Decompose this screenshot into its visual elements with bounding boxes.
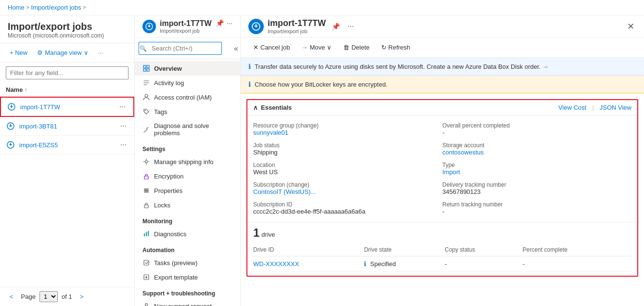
filter-input[interactable] xyxy=(6,66,129,79)
list-item-more-button[interactable]: ··· xyxy=(118,121,129,131)
chart-icon xyxy=(142,230,150,238)
nav-item-label: Locks xyxy=(154,202,170,209)
cancel-icon: ✕ xyxy=(253,44,258,51)
banner1-link[interactable]: → xyxy=(542,63,549,70)
view-cost-link[interactable]: View Cost xyxy=(558,104,586,111)
svg-rect-7 xyxy=(147,69,149,71)
sidebar-item-activity-log[interactable]: Activity log xyxy=(135,76,240,90)
nav-search-input[interactable] xyxy=(139,42,222,55)
next-page-button[interactable]: > xyxy=(76,291,88,302)
gear-icon xyxy=(142,158,150,166)
info-banner-1: ℹ Transfer data securely to Azure using … xyxy=(241,58,644,76)
sidebar-item-encryption[interactable]: Encryption xyxy=(135,169,240,183)
storage-account-value[interactable]: contosowestus xyxy=(442,149,624,156)
nav-item-label: New support request xyxy=(154,303,212,306)
col-drive-id: Drive ID xyxy=(253,243,364,256)
move-icon: → xyxy=(301,44,308,51)
manage-view-button[interactable]: ⚙ Manage view ∨ xyxy=(33,47,92,58)
essentials-section: ∧ Essentials View Cost | JSON View Resou… xyxy=(246,99,638,277)
nav-panel-subtitle: Import/export job xyxy=(160,28,212,34)
close-button[interactable]: ✕ xyxy=(623,19,638,34)
essentials-grid: Resource group (change) sunnyvale01 Over… xyxy=(247,115,637,222)
info-icon: ℹ xyxy=(248,63,251,70)
person-icon xyxy=(142,93,150,101)
new-button[interactable]: + New xyxy=(6,47,31,58)
essentials-cell: Location West US xyxy=(253,159,442,178)
import-icon xyxy=(6,140,15,150)
breadcrumb-jobs[interactable]: Import/export jobs xyxy=(31,4,81,11)
sidebar-item-access-control[interactable]: Access control (IAM) xyxy=(135,90,240,104)
sidebar-item-new-support[interactable]: New support request xyxy=(135,299,240,306)
nav-items: Overview Activity log Access control (IA… xyxy=(135,59,240,306)
col-percent-complete: Percent complete xyxy=(523,243,631,256)
left-panel-title: Import/export jobs xyxy=(8,21,127,32)
breadcrumb-home[interactable]: Home xyxy=(8,4,25,11)
more-right-button[interactable]: ··· xyxy=(346,20,356,33)
essentials-cell: Return tracking number - xyxy=(442,198,631,218)
left-panel-toolbar: + New ⚙ Manage view ∨ ··· xyxy=(0,43,134,63)
cancel-job-button[interactable]: ✕ Cancel job xyxy=(248,41,295,53)
delete-button[interactable]: 🗑 Delete xyxy=(338,41,374,53)
automation-section-title: Automation xyxy=(135,241,240,255)
location-value: West US xyxy=(253,168,435,176)
essentials-title: ∧ Essentials xyxy=(253,104,292,111)
action-bar: ✕ Cancel job → Move ∨ 🗑 Delete ↻ Refresh xyxy=(241,38,644,58)
pin-button[interactable]: 📌 xyxy=(330,21,342,32)
essentials-cell: Delivery tracking number 34567890123 xyxy=(442,178,631,198)
drive-id-cell[interactable]: WD-XXXXXXXX xyxy=(253,256,364,272)
nav-item-label: Properties xyxy=(154,187,182,194)
nav-collapse-button[interactable]: « xyxy=(234,44,238,53)
breadcrumb-sep2: > xyxy=(83,5,86,10)
sidebar-item-tasks[interactable]: Tasks (preview) xyxy=(135,255,240,270)
nav-item-label: Diagnostics xyxy=(154,230,186,238)
svg-rect-4 xyxy=(143,65,146,68)
more-nav-button[interactable]: ··· xyxy=(227,19,232,27)
chevron-down-icon: ∨ xyxy=(84,49,89,56)
list-item[interactable]: import-3BT81 ··· xyxy=(0,117,134,136)
nav-panel-header: import-1T7TW Import/export job 📌 ··· xyxy=(135,15,240,38)
sidebar-item-manage-shipping[interactable]: Manage shipping info xyxy=(135,154,240,169)
pin-button[interactable]: 📌 xyxy=(216,19,224,27)
breadcrumb: Home > Import/export jobs > xyxy=(0,0,644,15)
settings-section-title: Settings xyxy=(135,140,240,154)
nav-item-label: Tags xyxy=(154,108,167,115)
nav-panel-icon xyxy=(142,20,156,33)
sidebar-item-export-template[interactable]: Export template xyxy=(135,270,240,284)
svg-rect-12 xyxy=(144,189,149,190)
prev-page-button[interactable]: < xyxy=(6,291,17,302)
svg-rect-6 xyxy=(143,69,146,71)
nav-panel-title: import-1T7TW xyxy=(160,19,212,28)
svg-rect-16 xyxy=(144,233,145,236)
left-panel: Import/export jobs Microsoft (microsoft.… xyxy=(0,15,135,306)
support-section-title: Support + troubleshooting xyxy=(135,284,240,299)
lock-icon xyxy=(142,172,150,180)
essentials-cell: Overall percent completed - xyxy=(442,119,631,139)
json-view-link[interactable]: JSON View xyxy=(600,104,631,111)
list-item-more-button[interactable]: ··· xyxy=(118,140,129,150)
grid-icon xyxy=(142,64,150,72)
sidebar-item-tags[interactable]: Tags xyxy=(135,104,240,119)
more-toolbar-button[interactable]: ··· xyxy=(94,47,107,58)
nav-panel: import-1T7TW Import/export job 📌 ··· 🔍 « xyxy=(135,15,241,306)
list-item[interactable]: import-E5ZS5 ··· xyxy=(0,136,134,154)
bars-icon xyxy=(142,187,150,194)
list-item[interactable]: import-1T7TW ··· xyxy=(0,97,134,117)
sidebar-item-overview[interactable]: Overview xyxy=(135,61,240,76)
page-select[interactable]: 1 xyxy=(39,291,58,302)
type-value[interactable]: Import xyxy=(442,168,624,176)
import-icon xyxy=(7,102,16,112)
wrench-icon xyxy=(142,126,150,133)
subscription-value[interactable]: ContosoIT (WestUS)... xyxy=(253,188,435,195)
essentials-cell: Resource group (change) sunnyvale01 xyxy=(253,119,442,139)
sidebar-item-properties[interactable]: Properties xyxy=(135,183,240,198)
list-item-more-button[interactable]: ··· xyxy=(117,102,128,112)
sidebar-item-diagnose[interactable]: Diagnose and solve problems xyxy=(135,119,240,140)
svg-rect-5 xyxy=(147,65,149,68)
sidebar-item-diagnostics[interactable]: Diagnostics xyxy=(135,227,240,241)
move-button[interactable]: → Move ∨ xyxy=(296,41,336,53)
resource-group-value[interactable]: sunnyvale01 xyxy=(253,129,435,136)
sidebar-item-locks[interactable]: Locks xyxy=(135,198,240,212)
export-icon xyxy=(142,273,150,281)
name-col-label: Name xyxy=(6,86,23,93)
refresh-button[interactable]: ↻ Refresh xyxy=(376,41,415,53)
